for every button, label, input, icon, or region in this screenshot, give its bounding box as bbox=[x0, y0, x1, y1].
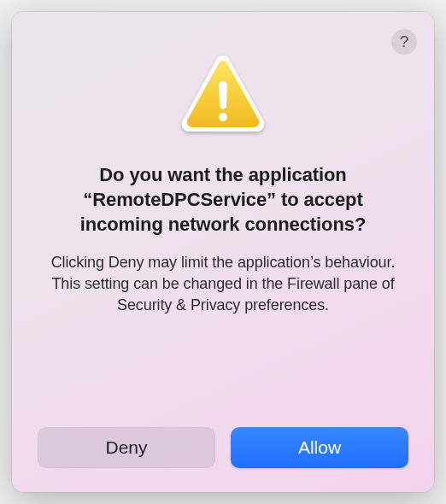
dialog-heading: Do you want the application “RemoteDPCSe… bbox=[38, 162, 408, 237]
button-row: Deny Allow bbox=[38, 427, 408, 468]
firewall-permission-dialog: ? Do you want the application “RemoteDPC… bbox=[12, 12, 434, 492]
svg-point-0 bbox=[219, 113, 227, 121]
warning-icon bbox=[178, 50, 268, 140]
dialog-subtext: Clicking Deny may limit the application’… bbox=[38, 252, 408, 317]
deny-button[interactable]: Deny bbox=[38, 427, 215, 468]
help-button[interactable]: ? bbox=[391, 29, 417, 55]
allow-button[interactable]: Allow bbox=[231, 427, 408, 468]
help-icon: ? bbox=[400, 32, 409, 51]
